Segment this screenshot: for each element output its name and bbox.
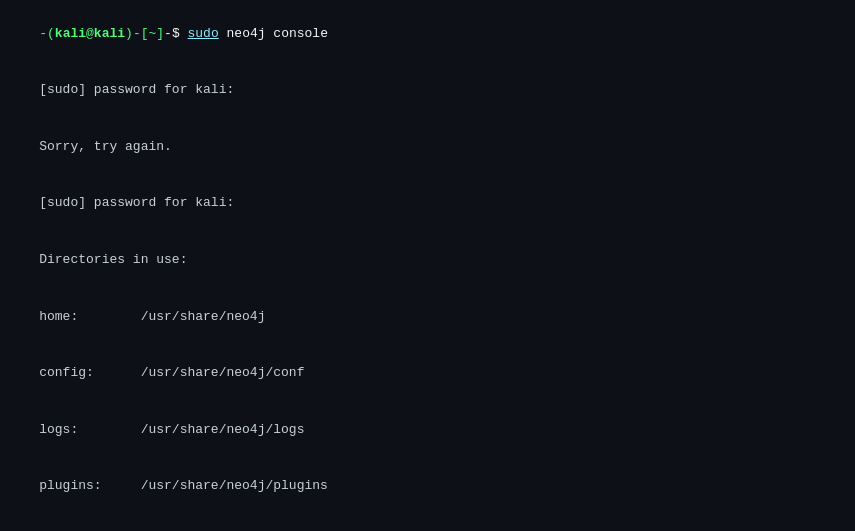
terminal-window: -(kali@kali)-[~]-$ sudo neo4j console [s… — [0, 0, 855, 531]
dir-logs: logs: /usr/share/neo4j/logs — [8, 402, 847, 459]
dir-config: config: /usr/share/neo4j/conf — [8, 345, 847, 402]
sudo-prompt-1: [sudo] password for kali: — [8, 63, 847, 120]
prompt-user: kali — [55, 26, 86, 41]
dir-import: import: /usr/share/neo4j/import — [8, 515, 847, 531]
prompt-bracket-open: )-[ — [125, 26, 148, 41]
cmd-rest: neo4j console — [219, 26, 328, 41]
dir-plugins: plugins: /usr/share/neo4j/plugins — [8, 458, 847, 515]
prompt-bracket-close: ] — [156, 26, 164, 41]
cmd-sudo: sudo — [188, 26, 219, 41]
dir-home: home: /usr/share/neo4j — [8, 289, 847, 346]
sorry-line: Sorry, try again. — [8, 119, 847, 176]
dirs-header: Directories in use: — [8, 232, 847, 289]
prompt-dashes: -( — [39, 26, 55, 41]
prompt-line: -(kali@kali)-[~]-$ sudo neo4j console — [8, 6, 847, 63]
sudo-prompt-2: [sudo] password for kali: — [8, 176, 847, 233]
prompt-at: @ — [86, 26, 94, 41]
prompt-host: kali — [94, 26, 125, 41]
prompt-arrow: -$ — [164, 26, 187, 41]
